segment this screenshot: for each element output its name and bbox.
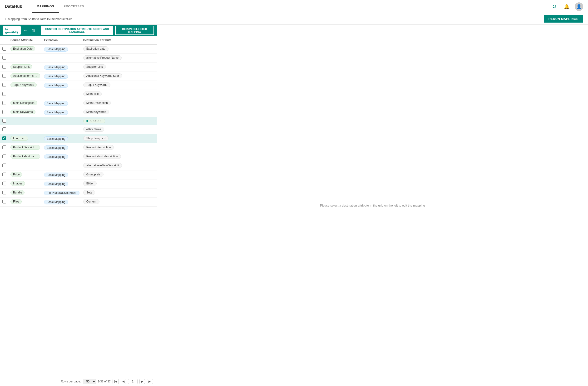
checkbox[interactable] (2, 74, 6, 78)
extension-pill: Basic Mapping (44, 110, 68, 115)
destination-attribute-pill[interactable]: eBay Name (83, 127, 105, 132)
destination-attribute-pill[interactable]: Sets (83, 190, 95, 195)
destination-attribute-pill[interactable]: Shop Long text (83, 136, 109, 141)
extension-cell: Basic Mapping (42, 108, 81, 117)
toggle-active-dot (86, 120, 88, 122)
destination-attribute-pill[interactable]: Product short description (83, 154, 121, 159)
source-cell: Supplier Link (9, 63, 42, 72)
destination-attribute-pill[interactable]: alternative Product Name (83, 55, 122, 60)
destination-cell: Meta Title (81, 90, 157, 99)
avatar[interactable]: 👤 (575, 2, 583, 11)
destination-attribute-pill[interactable]: alternative eBay-Descripti (83, 163, 122, 168)
extension-pill: Basic Mapping (44, 83, 68, 88)
destination-cell: Tags / Keywords (81, 81, 157, 90)
checkbox[interactable] (2, 173, 6, 176)
source-cell (9, 125, 42, 134)
destination-attribute-pill[interactable]: Meta Keywords (83, 110, 109, 114)
tab-mappings[interactable]: MAPPINGS (32, 0, 59, 13)
source-attribute-pill: Meta Description (10, 100, 37, 105)
destination-cell: Content (81, 197, 157, 207)
col-header-extension: Extension (42, 36, 81, 44)
source-cell (9, 117, 42, 125)
extension-pill: Basic Mapping (44, 145, 68, 150)
source-attribute-pill: Long Text (10, 136, 28, 141)
table-row: Long TextBasic MappingShop Long text (0, 134, 157, 143)
source-attribute-pill: Bundle (10, 190, 24, 195)
tab-processes[interactable]: PROCESSES (59, 0, 88, 13)
checkbox[interactable] (2, 56, 6, 60)
left-panel: (1 gewählt) ✏ 🗑 CUSTOM DESTINATION ATTRI… (0, 25, 157, 386)
destination-attribute-pill[interactable]: Product description (83, 145, 114, 150)
destination-cell: SEO URL (81, 117, 157, 125)
extension-pill: Basic Mapping (44, 200, 68, 204)
source-cell: Product Description (9, 143, 42, 152)
checkbox[interactable] (2, 154, 6, 158)
main-content: (1 gewählt) ✏ 🗑 CUSTOM DESTINATION ATTRI… (0, 25, 588, 386)
extension-cell: Basic Mapping (42, 72, 81, 81)
destination-attribute-pill[interactable]: Tags / Keywords (83, 82, 110, 87)
checkbox[interactable] (2, 191, 6, 194)
source-attribute-pill: Files (10, 199, 22, 204)
extension-cell: Basic Mapping (42, 143, 81, 152)
first-page-button[interactable]: |◀ (113, 379, 119, 384)
extension-cell: Basic Mapping (42, 81, 81, 90)
delete-icon-btn[interactable]: 🗑 (30, 27, 37, 34)
source-attribute-pill: Product short description (10, 154, 40, 159)
page-number-input[interactable] (128, 379, 138, 384)
table-row: FilesBasic MappingContent (0, 197, 157, 207)
checkbox-checked[interactable] (2, 136, 6, 140)
checkbox[interactable] (2, 119, 6, 123)
next-page-button[interactable]: ▶ (139, 379, 145, 384)
destination-attribute-pill[interactable]: Expiration date (83, 46, 108, 51)
col-header-check (0, 36, 9, 44)
table-row: Product short descriptionBasic MappingPr… (0, 152, 157, 161)
table-row: alternative eBay-Descripti (0, 161, 157, 171)
extension-cell: Basic Mapping (42, 197, 81, 207)
source-attribute-pill: Images (10, 181, 25, 186)
table-row: PriceBasic MappingGrundpreis (0, 171, 157, 179)
extension-pill: Basic Mapping (44, 136, 68, 141)
refresh-icon-btn[interactable]: ↻ (550, 2, 559, 11)
rerun-mappings-button[interactable]: RERUN MAPPINGS (544, 15, 583, 22)
destination-attribute-pill[interactable]: Grundpreis (83, 172, 104, 177)
checkbox[interactable] (2, 92, 6, 96)
checkbox[interactable] (2, 127, 6, 131)
checkbox[interactable] (2, 47, 6, 51)
extension-pill: ETLPIMToUCSBundleE (44, 191, 80, 195)
last-page-button[interactable]: ▶| (147, 379, 153, 384)
checkbox[interactable] (2, 83, 6, 87)
extension-pill: Basic Mapping (44, 154, 68, 159)
custom-destination-button[interactable]: CUSTOM DESTINATION ATTRIBUTE SCOPE AND L… (41, 26, 113, 35)
table-row: Supplier LinkBasic MappingSupplier Link (0, 63, 157, 72)
destination-attribute-pill[interactable]: Meta Title (83, 92, 102, 96)
prev-page-button[interactable]: ◀ (121, 379, 126, 384)
destination-attribute-toggle-pill[interactable]: SEO URL (83, 119, 105, 123)
checkbox[interactable] (2, 164, 6, 167)
destination-attribute-pill[interactable]: Additional Keywords Sear (83, 74, 122, 78)
destination-cell: Expiration date (81, 44, 157, 54)
rows-per-page-select[interactable]: 50 10 25 100 (83, 379, 96, 384)
notification-icon-btn[interactable]: 🔔 (562, 2, 571, 11)
destination-attribute-pill[interactable]: Content (83, 199, 100, 204)
destination-attribute-pill[interactable]: Bilder (83, 181, 97, 186)
destination-attribute-pill[interactable]: Meta Description (83, 100, 111, 105)
checkbox[interactable] (2, 145, 6, 149)
source-cell: Files (9, 197, 42, 207)
edit-icon: ✏ (24, 28, 27, 33)
checkbox[interactable] (2, 110, 6, 114)
rerun-selected-button[interactable]: RERUN SELECTED MAPPING (115, 26, 154, 35)
checkbox[interactable] (2, 182, 6, 185)
checkbox[interactable] (2, 200, 6, 203)
destination-attribute-pill[interactable]: Supplier Link (83, 64, 106, 69)
extension-cell: Basic Mapping (42, 179, 81, 189)
source-attribute-pill: Product Description (10, 145, 40, 150)
extension-cell: Basic Mapping (42, 63, 81, 72)
extension-cell (42, 54, 81, 63)
table-row: Meta DescriptionBasic MappingMeta Descri… (0, 99, 157, 108)
source-cell (9, 54, 42, 63)
source-cell: Product short description (9, 152, 42, 161)
checkbox[interactable] (2, 65, 6, 69)
checkbox[interactable] (2, 101, 6, 105)
edit-icon-btn[interactable]: ✏ (23, 27, 29, 34)
back-arrow-icon[interactable]: ‹ (5, 17, 6, 21)
